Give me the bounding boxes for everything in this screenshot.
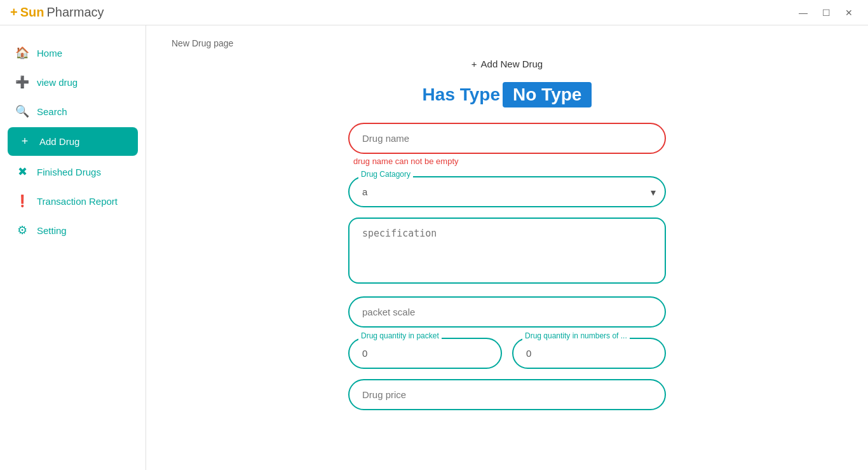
maximize-button[interactable]: ☐	[817, 4, 835, 22]
new-drug-form: drug name can not be empty Drug Catagory…	[348, 123, 666, 410]
close-button[interactable]: ✕	[840, 4, 858, 22]
drug-category-field: Drug Catagory a ▾	[348, 176, 666, 207]
home-icon: 🏠	[15, 46, 29, 60]
sidebar-item-transaction-report[interactable]: ❗ Transaction Report	[0, 186, 146, 216]
drug-price-input[interactable]	[348, 379, 666, 410]
drug-quantity-numbers-input[interactable]	[512, 338, 666, 369]
brand-sun: Sun	[20, 5, 44, 20]
brand-pharmacy: Pharmacy	[46, 5, 104, 20]
packet-scale-input[interactable]	[348, 296, 666, 328]
search-icon: 🔍	[15, 104, 29, 118]
title-bar: + Sun Pharmacy — ☐ ✕	[0, 0, 868, 25]
sidebar-item-label: Home	[37, 48, 62, 59]
minimize-button[interactable]: —	[794, 4, 812, 22]
window-controls: — ☐ ✕	[794, 4, 858, 22]
drug-category-label: Drug Catagory	[358, 170, 413, 179]
drug-quantity-packet-input[interactable]	[348, 338, 502, 369]
gear-icon: ⚙	[15, 223, 29, 237]
has-type-label[interactable]: Has Type	[423, 85, 500, 105]
sidebar-item-label: Transaction Report	[37, 196, 118, 207]
sidebar-item-finished-drugs[interactable]: ✖ Finished Drugs	[0, 157, 146, 186]
specification-field	[348, 218, 666, 286]
drug-price-field	[348, 379, 666, 410]
drug-name-input[interactable]	[348, 123, 666, 154]
sidebar-item-label: Finished Drugs	[37, 167, 101, 177]
app-brand: + Sun Pharmacy	[10, 5, 104, 20]
add-new-label: Add New Drug	[481, 59, 543, 69]
drug-quantity-packet-field: Drug quantity in packet	[348, 338, 502, 369]
sidebar-item-add-drug[interactable]: + Add Drug	[8, 127, 138, 156]
content-area: New Drug page + Add New Drug Has Type No…	[146, 25, 868, 470]
sidebar-item-setting[interactable]: ⚙ Setting	[0, 216, 146, 245]
specification-input[interactable]	[348, 218, 666, 284]
drug-name-error: drug name can not be empty	[348, 156, 666, 166]
quantity-row: Drug quantity in packet Drug quantity in…	[348, 338, 666, 369]
breadcrumb: New Drug page	[172, 38, 233, 48]
sidebar-item-label: Add Drug	[39, 136, 79, 147]
sidebar-item-home[interactable]: 🏠 Home	[0, 38, 146, 67]
sidebar-item-view-drug[interactable]: ➕ view drug	[0, 67, 146, 97]
drug-quantity-numbers-label: Drug quantity in numbers of ...	[522, 331, 630, 340]
main-layout: 🏠 Home ➕ view drug 🔍 Search + Add Drug ✖…	[0, 25, 868, 470]
sidebar: 🏠 Home ➕ view drug 🔍 Search + Add Drug ✖…	[0, 25, 146, 470]
type-toggle: Has Type No Type	[423, 82, 592, 107]
plus-square-icon: ➕	[15, 75, 29, 89]
drug-quantity-numbers-field: Drug quantity in numbers of ...	[512, 338, 666, 369]
sidebar-item-label: view drug	[37, 77, 78, 88]
sidebar-item-label: Search	[37, 106, 67, 117]
drug-name-field: drug name can not be empty	[348, 123, 666, 166]
no-type-label[interactable]: No Type	[503, 82, 592, 107]
packet-scale-field	[348, 296, 666, 328]
add-new-drug-button[interactable]: + Add New Drug	[471, 59, 543, 69]
x-circle-icon: ✖	[15, 165, 29, 179]
brand-plus: +	[10, 5, 18, 20]
sidebar-item-label: Setting	[37, 225, 67, 236]
sidebar-item-search[interactable]: 🔍 Search	[0, 97, 146, 126]
add-icon: +	[18, 135, 32, 148]
drug-quantity-packet-label: Drug quantity in packet	[358, 331, 442, 340]
drug-category-select[interactable]: a	[348, 176, 666, 207]
alert-icon: ❗	[15, 194, 29, 208]
add-new-plus-icon: +	[471, 59, 477, 69]
